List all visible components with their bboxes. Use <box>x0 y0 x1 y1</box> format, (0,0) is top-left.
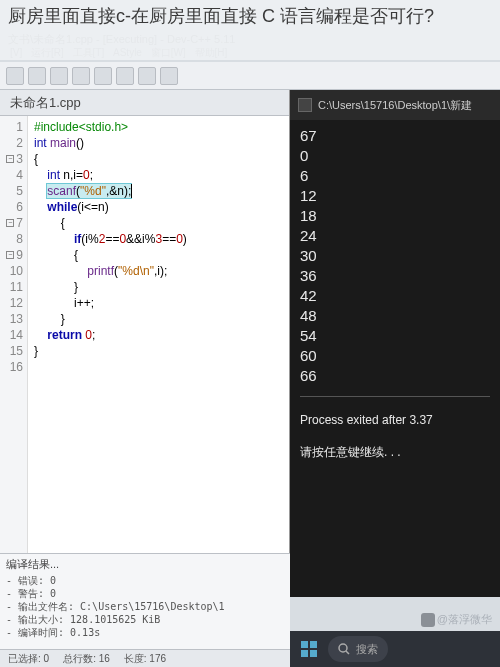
output-line: 67 <box>300 126 490 146</box>
windows-taskbar: 搜索 <box>290 631 500 667</box>
status-selection: 已选择: 0 <box>8 652 49 666</box>
watermark-icon <box>421 613 435 627</box>
svg-rect-1 <box>310 641 317 648</box>
output-line: - 警告: 0 <box>6 587 284 600</box>
toolbar-icon[interactable] <box>28 67 46 85</box>
article-title-overlay: 厨房里面直接c-在厨房里面直接 C 语言编程是否可行? <box>0 0 500 60</box>
fold-icon[interactable]: − <box>6 251 14 259</box>
output-line: 12 <box>300 186 490 206</box>
output-line: 66 <box>300 366 490 386</box>
svg-rect-0 <box>301 641 308 648</box>
console-title: C:\Users\15716\Desktop\1\新建 <box>318 98 472 113</box>
console-output[interactable]: 67 0 6 12 18 24 30 36 42 48 54 60 66 Pro… <box>290 120 500 597</box>
separator <box>300 396 490 397</box>
status-bar: 已选择: 0 总行数: 16 长度: 176 <box>0 649 290 667</box>
output-line: - 错误: 0 <box>6 574 284 587</box>
main-area: 未命名1.cpp 1 2 −3 4 5 6 −7 8 −9 10 11 12 1… <box>0 90 500 597</box>
output-line: 42 <box>300 286 490 306</box>
toolbar-icon[interactable] <box>72 67 90 85</box>
output-line: - 输出大小: 128.1015625 KiB <box>6 613 284 626</box>
toolbar-icon[interactable] <box>6 67 24 85</box>
search-placeholder: 搜索 <box>356 642 378 657</box>
output-line: 48 <box>300 306 490 326</box>
banner-text: 厨房里面直接c-在厨房里面直接 C 语言编程是否可行? <box>8 6 434 26</box>
svg-rect-2 <box>301 650 308 657</box>
output-line: - 编译时间: 0.13s <box>6 626 284 639</box>
watermark: @落浮微华 <box>421 612 492 627</box>
output-line: 0 <box>300 146 490 166</box>
output-line: 6 <box>300 166 490 186</box>
compile-output-panel: 编译结果... - 错误: 0 - 警告: 0 - 输出文件名: C:\User… <box>0 553 290 649</box>
toolbar-icon[interactable] <box>138 67 156 85</box>
text-cursor <box>131 184 132 198</box>
code-body[interactable]: #include<stdio.h> int main() { int n,i=0… <box>28 116 289 575</box>
output-line: 24 <box>300 226 490 246</box>
windows-icon <box>301 641 317 657</box>
console-window: C:\Users\15716\Desktop\1\新建 67 0 6 12 18… <box>290 90 500 597</box>
svg-line-5 <box>346 651 349 654</box>
output-line: 36 <box>300 266 490 286</box>
editor-tab-label: 未命名1.cpp <box>10 94 81 112</box>
toolbar-icon[interactable] <box>160 67 178 85</box>
output-line: - 输出文件名: C:\Users\15716\Desktop\1 <box>6 600 284 613</box>
console-titlebar[interactable]: C:\Users\15716\Desktop\1\新建 <box>290 90 500 120</box>
search-icon <box>338 643 350 655</box>
output-line: 60 <box>300 346 490 366</box>
process-exit-msg: Process exited after 3.37 <box>300 411 490 429</box>
status-length: 长度: 176 <box>124 652 166 666</box>
toolbar-icon[interactable] <box>94 67 112 85</box>
start-button[interactable] <box>296 636 322 662</box>
code-area[interactable]: 1 2 −3 4 5 6 −7 8 −9 10 11 12 13 14 15 1… <box>0 116 289 575</box>
line-gutter: 1 2 −3 4 5 6 −7 8 −9 10 11 12 13 14 15 1… <box>0 116 28 575</box>
output-header: 编译结果... <box>6 557 284 572</box>
output-line: 54 <box>300 326 490 346</box>
editor-pane: 未命名1.cpp 1 2 −3 4 5 6 −7 8 −9 10 11 12 1… <box>0 90 290 597</box>
fold-icon[interactable]: − <box>6 155 14 163</box>
console-icon <box>298 98 312 112</box>
taskbar-search[interactable]: 搜索 <box>328 636 388 662</box>
svg-point-4 <box>339 644 347 652</box>
output-line: 30 <box>300 246 490 266</box>
output-line: 18 <box>300 206 490 226</box>
fold-icon[interactable]: − <box>6 219 14 227</box>
toolbar-icon[interactable] <box>50 67 68 85</box>
svg-rect-3 <box>310 650 317 657</box>
editor-tab[interactable]: 未命名1.cpp <box>0 90 289 116</box>
toolbar <box>0 62 500 90</box>
press-any-key-msg: 请按任意键继续. . . <box>300 443 490 461</box>
toolbar-icon[interactable] <box>116 67 134 85</box>
status-total-lines: 总行数: 16 <box>63 652 110 666</box>
